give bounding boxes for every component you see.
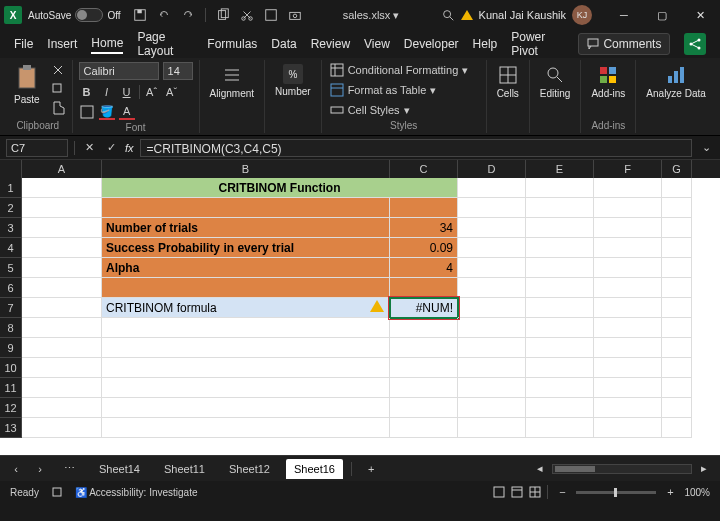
fx-icon[interactable]: fx <box>125 142 134 154</box>
copy-icon[interactable] <box>50 81 66 97</box>
cell[interactable] <box>526 238 594 258</box>
expand-formula-icon[interactable]: ⌄ <box>698 140 714 156</box>
cell[interactable] <box>102 358 390 378</box>
camera-icon[interactable] <box>288 8 302 22</box>
cell[interactable] <box>390 318 458 338</box>
font-size-select[interactable]: 14 <box>163 62 193 80</box>
cell-c7-selected[interactable]: #NUM! <box>390 298 458 318</box>
sheet-tab-active[interactable]: Sheet16 <box>286 459 343 479</box>
cell-c4[interactable]: 0.09 <box>390 238 458 258</box>
col-header-b[interactable]: B <box>102 160 390 178</box>
cut-icon[interactable] <box>50 62 66 78</box>
tab-help[interactable]: Help <box>473 35 498 53</box>
row-header[interactable]: 7 <box>0 298 22 318</box>
cell[interactable] <box>22 198 102 218</box>
zoom-out-button[interactable]: − <box>554 484 570 500</box>
view-normal-icon[interactable] <box>493 486 505 498</box>
cell[interactable] <box>526 198 594 218</box>
shrink-font-button[interactable]: Aˇ <box>164 84 180 100</box>
cell[interactable] <box>594 378 662 398</box>
cells-button[interactable]: Cells <box>493 62 523 101</box>
conditional-formatting-button[interactable]: Conditional Formatting▾ <box>328 62 471 78</box>
cell-b3[interactable]: Number of trials <box>102 218 390 238</box>
cell[interactable] <box>22 218 102 238</box>
cell[interactable] <box>594 318 662 338</box>
cell[interactable] <box>526 218 594 238</box>
tab-view[interactable]: View <box>364 35 390 53</box>
cell[interactable] <box>458 378 526 398</box>
row-header[interactable]: 6 <box>0 278 22 298</box>
cell[interactable] <box>102 418 390 438</box>
cell[interactable] <box>662 258 692 278</box>
italic-button[interactable]: I <box>99 84 115 100</box>
bold-button[interactable]: B <box>79 84 95 100</box>
horizontal-scrollbar[interactable] <box>552 464 692 474</box>
cell[interactable] <box>594 298 662 318</box>
cancel-icon[interactable]: ✕ <box>81 140 97 156</box>
row-header[interactable]: 4 <box>0 238 22 258</box>
grow-font-button[interactable]: Aˆ <box>144 84 160 100</box>
maximize-button[interactable]: ▢ <box>646 3 678 27</box>
window-title[interactable]: sales.xlsx ▾ <box>308 9 435 22</box>
cell[interactable] <box>526 378 594 398</box>
sheet-tab[interactable]: Sheet12 <box>221 459 278 479</box>
cell[interactable] <box>594 218 662 238</box>
cell-b1-header[interactable]: CRITBINOM Function <box>102 178 458 198</box>
cell[interactable] <box>594 178 662 198</box>
row-header[interactable]: 8 <box>0 318 22 338</box>
cell[interactable] <box>662 178 692 198</box>
cell[interactable] <box>526 398 594 418</box>
cell[interactable] <box>390 278 458 298</box>
cell[interactable] <box>662 418 692 438</box>
cut-icon[interactable] <box>240 8 254 22</box>
minimize-button[interactable]: ─ <box>608 3 640 27</box>
cell-styles-button[interactable]: Cell Styles▾ <box>328 102 412 118</box>
row-header[interactable]: 5 <box>0 258 22 278</box>
cell[interactable] <box>594 418 662 438</box>
cell[interactable] <box>458 278 526 298</box>
number-format-button[interactable]: % Number <box>271 62 315 99</box>
copy-icon[interactable] <box>216 8 230 22</box>
col-header-a[interactable]: A <box>22 160 102 178</box>
cell-c5[interactable]: 4 <box>390 258 458 278</box>
cell[interactable] <box>458 258 526 278</box>
cell[interactable] <box>662 218 692 238</box>
cell[interactable] <box>526 298 594 318</box>
tab-power-pivot[interactable]: Power Pivot <box>511 28 564 60</box>
cell[interactable] <box>594 198 662 218</box>
col-header-f[interactable]: F <box>594 160 662 178</box>
add-sheet-button[interactable]: + <box>360 459 382 479</box>
share-button[interactable] <box>684 33 706 55</box>
save-icon[interactable] <box>133 8 147 22</box>
row-header[interactable]: 1 <box>0 178 22 198</box>
row-header[interactable]: 13 <box>0 418 22 438</box>
cell[interactable] <box>22 418 102 438</box>
view-layout-icon[interactable] <box>511 486 523 498</box>
cell[interactable] <box>458 298 526 318</box>
col-header-d[interactable]: D <box>458 160 526 178</box>
editing-button[interactable]: Editing <box>536 62 575 101</box>
cell[interactable] <box>22 178 102 198</box>
cell[interactable] <box>22 298 102 318</box>
cell[interactable] <box>22 278 102 298</box>
cell[interactable] <box>458 198 526 218</box>
addins-button[interactable]: Add-ins <box>587 62 629 101</box>
tab-data[interactable]: Data <box>271 35 296 53</box>
cell[interactable] <box>458 398 526 418</box>
sheet-tab[interactable]: Sheet11 <box>156 459 213 479</box>
sheet-tab[interactable]: Sheet14 <box>91 459 148 479</box>
cell[interactable] <box>662 238 692 258</box>
scroll-right-icon[interactable]: ▸ <box>696 461 712 477</box>
row-header[interactable]: 11 <box>0 378 22 398</box>
cell[interactable] <box>594 278 662 298</box>
format-painter-icon[interactable] <box>50 100 66 116</box>
name-box[interactable]: C7 <box>6 139 68 157</box>
cell-b4[interactable]: Success Probability in every trial <box>102 238 390 258</box>
cell[interactable] <box>22 398 102 418</box>
font-color-button[interactable]: A <box>119 104 135 120</box>
borders-icon[interactable] <box>79 104 95 120</box>
cell[interactable] <box>526 358 594 378</box>
cell[interactable] <box>458 358 526 378</box>
col-header-g[interactable]: G <box>662 160 692 178</box>
border-icon[interactable] <box>264 8 278 22</box>
